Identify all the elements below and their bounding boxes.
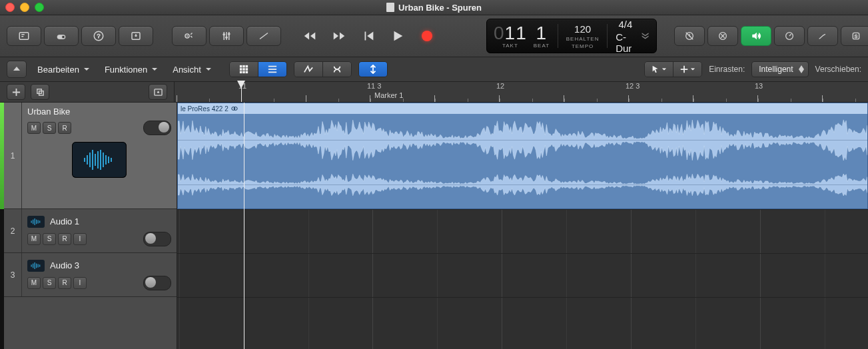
chevron-down-icon xyxy=(205,66,212,73)
document-icon xyxy=(386,3,394,12)
track-freeze-toggle[interactable] xyxy=(143,232,171,246)
snap-label: Einrasten: xyxy=(709,65,745,74)
view-list-button[interactable] xyxy=(258,62,286,77)
solo-button[interactable]: S xyxy=(43,277,56,289)
rewind-button[interactable] xyxy=(301,27,318,45)
lcd-display[interactable]: 011 Takt 1 Beat 120 Behalten Tempo 4/4 C… xyxy=(486,19,657,53)
cycle-button[interactable] xyxy=(448,27,465,45)
svg-rect-45 xyxy=(36,219,37,224)
track-row[interactable]: 2 Audio 1 M S R I xyxy=(0,209,177,253)
help-button[interactable]: ? xyxy=(81,26,116,46)
lcd-position-beat: 1 xyxy=(536,24,548,43)
master-volume-button[interactable] xyxy=(741,26,771,46)
menu-edit[interactable]: Bearbeiten xyxy=(33,65,94,75)
tool-flex-button[interactable] xyxy=(323,62,351,77)
snap-select[interactable]: Intelligent xyxy=(751,61,808,77)
track-lane[interactable] xyxy=(177,253,868,298)
inspector-button[interactable] xyxy=(44,26,79,46)
playhead-line[interactable] xyxy=(244,103,244,349)
record-enable-button[interactable]: R xyxy=(58,277,71,289)
ruler-label: 12 xyxy=(496,82,504,90)
svg-rect-46 xyxy=(38,220,39,223)
timeline-lanes[interactable]: le ProRes 422 2 xyxy=(177,103,868,349)
go-to-start-button[interactable] xyxy=(360,27,377,45)
svg-rect-18 xyxy=(245,65,248,68)
playhead[interactable] xyxy=(241,82,242,102)
chevron-down-icon xyxy=(799,69,804,73)
svg-rect-38 xyxy=(103,153,104,167)
svg-rect-44 xyxy=(35,218,35,225)
mixer-button[interactable] xyxy=(209,26,244,46)
track-msr-controls: M S R xyxy=(27,122,71,134)
tuner-button[interactable] xyxy=(774,26,805,46)
window-maximize[interactable] xyxy=(35,3,44,12)
toolbar-download-button[interactable] xyxy=(119,26,153,46)
track-thumbnail[interactable] xyxy=(27,216,45,228)
duplicate-track-button[interactable] xyxy=(31,84,49,100)
tool-catch-button[interactable] xyxy=(359,62,387,77)
metronome-settings-button[interactable] xyxy=(172,26,207,46)
lcd-tempo-value: 120 xyxy=(574,23,591,35)
track-thumbnail[interactable] xyxy=(27,260,45,272)
timeline-ruler[interactable]: 1111 31212 313Marker 1 xyxy=(175,82,868,102)
play-button[interactable] xyxy=(389,27,406,45)
svg-rect-25 xyxy=(268,66,276,67)
mute-button[interactable]: M xyxy=(27,277,41,289)
window-minimize[interactable] xyxy=(20,3,29,12)
menu-functions-label: Funktionen xyxy=(105,65,147,75)
edit-tool-button[interactable] xyxy=(807,26,838,46)
svg-rect-19 xyxy=(240,68,242,71)
svg-rect-35 xyxy=(95,154,96,166)
add-tool-button[interactable] xyxy=(673,62,701,77)
chevron-down-icon xyxy=(83,66,90,73)
view-grid-button[interactable] xyxy=(230,62,258,77)
automation-button[interactable] xyxy=(246,26,281,46)
solo-button[interactable]: S xyxy=(43,233,56,245)
track-row[interactable]: 3 Audio 3 M S R I xyxy=(0,253,177,297)
library-button[interactable] xyxy=(7,26,41,46)
svg-rect-0 xyxy=(19,33,29,40)
count-in-button[interactable] xyxy=(674,26,705,46)
solo-button[interactable]: S xyxy=(841,26,868,46)
track-thumbnail[interactable] xyxy=(72,142,127,178)
region-label: le ProRes 422 2 xyxy=(181,105,228,113)
track-name[interactable]: Audio 1 xyxy=(50,216,79,226)
record-button[interactable] xyxy=(418,27,436,45)
pointer-tool-button[interactable] xyxy=(645,62,673,77)
mute-button[interactable]: M xyxy=(27,122,41,134)
solo-button[interactable]: S xyxy=(43,122,56,134)
input-monitor-button[interactable]: I xyxy=(73,277,87,289)
record-enable-button[interactable]: R xyxy=(58,122,71,134)
svg-point-7 xyxy=(187,35,188,37)
ruler-marker[interactable]: Marker 1 xyxy=(374,91,403,99)
forward-button[interactable] xyxy=(330,27,348,45)
track-lane[interactable] xyxy=(177,209,868,254)
track-freeze-toggle[interactable] xyxy=(143,276,171,290)
lcd-tempo-mode: Behalten xyxy=(566,36,600,42)
menu-view[interactable]: Ansicht xyxy=(169,65,216,75)
svg-rect-16 xyxy=(240,65,242,68)
tool-automation-button[interactable] xyxy=(294,62,323,77)
view-mode-segmented xyxy=(229,61,287,77)
window-close[interactable] xyxy=(5,3,15,12)
main-toolbar: ? 011 Takt 1 Beat 1 xyxy=(0,15,868,57)
ruler-label: 13 xyxy=(755,82,763,90)
svg-rect-52 xyxy=(38,264,39,267)
menu-functions[interactable]: Funktionen xyxy=(101,65,162,75)
metronome-button[interactable] xyxy=(707,26,738,46)
record-enable-button[interactable]: R xyxy=(58,233,71,245)
add-track-button[interactable] xyxy=(7,84,25,100)
track-lane[interactable]: le ProRes 422 2 xyxy=(177,103,868,210)
global-tracks-button[interactable] xyxy=(149,84,167,100)
mute-button[interactable]: M xyxy=(27,233,41,245)
svg-rect-49 xyxy=(33,263,33,268)
track-freeze-toggle[interactable] xyxy=(143,121,171,135)
hierarchy-up-button[interactable] xyxy=(7,61,27,78)
input-monitor-button[interactable]: I xyxy=(73,233,87,245)
track-name[interactable]: Audio 3 xyxy=(50,260,79,270)
lcd-expand-icon[interactable] xyxy=(641,31,650,41)
track-name[interactable]: Urban Bike xyxy=(27,107,70,117)
audio-region[interactable]: le ProRes 422 2 xyxy=(177,103,868,209)
track-row[interactable]: 1 Urban Bike M S R xyxy=(0,103,177,209)
svg-rect-33 xyxy=(89,153,91,167)
